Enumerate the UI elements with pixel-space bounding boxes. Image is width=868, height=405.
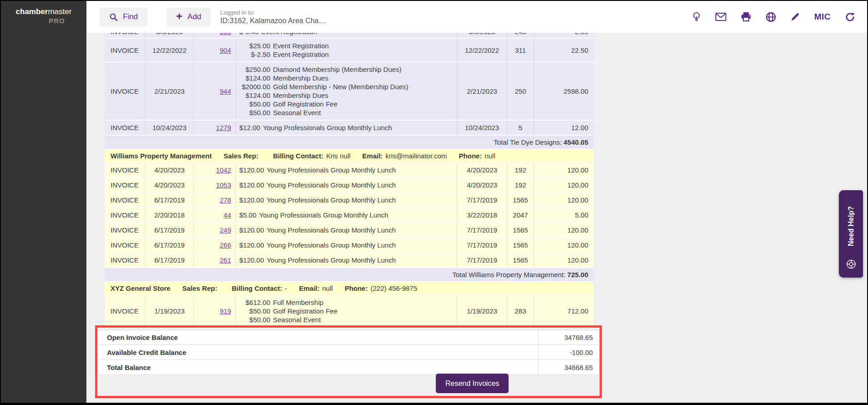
add-button-label: Add [187, 12, 201, 21]
invoice-qty-cell: 1565 [507, 238, 534, 252]
invoice-number-link[interactable]: 249 [220, 226, 231, 234]
printer-icon[interactable] [741, 12, 752, 22]
invoice-number-link[interactable]: 266 [220, 241, 231, 249]
line-item-amount: $124.00 [239, 91, 270, 100]
invoice-number-cell: 903 [194, 33, 236, 38]
table-row: INVOICE12/22/2022904$25.00Event Registra… [105, 39, 594, 62]
pencil-icon[interactable] [790, 12, 800, 22]
balance-label: Available Credit Balance [98, 345, 538, 359]
app-logo: chambermaster [1, 1, 86, 16]
line-item-description: Young Professionals Group Monthly Lunch [267, 256, 396, 264]
line-item-amount: $120.00 [239, 166, 264, 174]
lightbulb-icon[interactable] [692, 11, 701, 22]
invoice-date-cell: 2/20/2018 [146, 208, 194, 222]
help-buoy-icon [846, 259, 856, 271]
resend-invoices-button[interactable]: Resend Invoices [436, 374, 509, 393]
invoice-due-date-cell: 12/22/2022 [457, 39, 507, 61]
invoice-qty-cell: 192 [507, 163, 534, 177]
invoice-date-cell: 6/17/2019 [146, 193, 194, 207]
table-row: INVOICE6/17/2019249$120.00Young Professi… [105, 223, 594, 238]
invoice-number-link[interactable]: 903 [220, 33, 231, 36]
mic-button[interactable]: MIC [814, 12, 831, 22]
table-row: INVOICE6/17/2019278$120.00Young Professi… [105, 193, 594, 208]
invoice-qty-cell: 1565 [507, 193, 534, 207]
line-item-description: Gold Membership - New (Membership Dues) [273, 82, 409, 91]
invoice-number-link[interactable]: 44 [223, 211, 231, 219]
logged-in-block[interactable]: Logged in to: ID:3162, Kalamazoo Area Ch… [220, 9, 326, 25]
find-button[interactable]: Find [100, 8, 147, 26]
group-field-value: (222) 456-9875 [370, 284, 417, 292]
invoice-number-link[interactable]: 1053 [216, 181, 231, 189]
group-field-value: null [322, 284, 333, 292]
find-button-label: Find [123, 12, 138, 21]
table-row: INVOICE2/20/201844$5.00Young Professiona… [105, 208, 594, 223]
envelope-icon[interactable] [715, 12, 727, 21]
line-item-description: Golf Registration Fee [273, 307, 338, 315]
search-icon [109, 13, 118, 21]
invoice-description-cell: $120.00Young Professionals Group Monthly… [236, 238, 457, 252]
line-item: $25.00Event Registration [239, 41, 329, 50]
invoice-type-cell: INVOICE [105, 193, 146, 207]
invoice-number-link[interactable]: 261 [220, 256, 231, 264]
line-item-amount: $120.00 [239, 181, 264, 189]
invoice-line-items: $120.00Young Professionals Group Monthly… [239, 181, 396, 189]
line-item: $120.00Young Professionals Group Monthly… [239, 256, 396, 264]
line-item-description: Young Professionals Group Monthly Lunch [263, 123, 392, 132]
invoice-type-cell: INVOICE [105, 62, 146, 120]
group-field-label: Phone: [459, 152, 482, 160]
invoice-number-link[interactable]: 1042 [216, 166, 231, 174]
line-item-amount: $-2.50 [239, 50, 270, 59]
invoice-date-cell: 3/3/2023 [146, 33, 194, 38]
line-item: $120.00Young Professionals Group Monthly… [239, 226, 396, 234]
app-window: chambermaster PRO Find + Add Logged in t… [0, 0, 868, 405]
invoice-due-date-cell: 4/20/2023 [457, 163, 507, 177]
line-item: $5.00Young Professionals Group Monthly L… [239, 211, 388, 219]
group-field-label: Sales Rep: [223, 152, 258, 160]
group-header-row: Williams Property ManagementSales Rep:Bi… [105, 150, 594, 163]
globe-icon[interactable] [766, 12, 776, 22]
invoice-number-link[interactable]: 904 [220, 46, 231, 55]
table-row: INVOICE2/21/2023944$250.00Diamond Member… [105, 62, 594, 121]
invoice-due-date-cell: 7/17/2019 [457, 193, 507, 207]
need-help-tab[interactable]: Need Help? [839, 190, 863, 278]
balance-value: 34668.65 [538, 360, 599, 375]
invoice-amount-cell: 120.00 [534, 178, 594, 192]
line-item: $120.00Young Professionals Group Monthly… [239, 181, 396, 189]
invoice-qty-cell: 240 [507, 33, 534, 38]
invoice-due-date-cell: 10/24/2023 [457, 121, 507, 135]
line-item-amount: $124.00 [239, 74, 270, 82]
group-field-value: Kris null [326, 152, 350, 160]
invoice-amount-cell: 120.00 [534, 238, 594, 252]
line-item-description: Young Professionals Group Monthly Lunch [267, 166, 396, 174]
invoice-type-cell: INVOICE [105, 238, 146, 252]
add-button[interactable]: + Add [167, 8, 210, 26]
invoice-qty-cell: 283 [507, 295, 534, 327]
invoice-number-link[interactable]: 1279 [216, 123, 231, 132]
refresh-icon[interactable] [845, 12, 855, 22]
line-item: $612.00Full Membership [239, 298, 338, 307]
invoice-number-link[interactable]: 944 [220, 87, 231, 96]
invoice-number-cell: 266 [194, 238, 236, 252]
invoice-date-cell: 4/20/2023 [146, 178, 194, 192]
line-item: $250.00Diamond Membership (Membership Du… [239, 65, 409, 74]
balance-row: Open Invoice Balance34768.65 [97, 330, 600, 345]
invoice-number-cell: 278 [194, 193, 236, 207]
line-item-amount: $-0.45 [239, 33, 259, 36]
invoice-date-cell: 12/22/2022 [146, 39, 194, 61]
invoice-type-cell: INVOICE [105, 208, 146, 222]
invoice-number-link[interactable]: 278 [220, 196, 231, 204]
invoice-number-cell: 44 [194, 208, 236, 222]
balance-value: 34768.65 [538, 330, 599, 344]
group-field-label: Sales Rep: [182, 284, 217, 292]
invoice-qty-cell: 250 [507, 62, 534, 120]
invoice-type-cell: INVOICE [105, 178, 146, 192]
invoice-line-items: $120.00Young Professionals Group Monthly… [239, 196, 396, 204]
invoice-description-cell: $120.00Young Professionals Group Monthly… [236, 178, 457, 192]
line-item-amount: $2000.00 [239, 82, 270, 91]
main-content: INVOICE3/3/2023903$-0.45Event Registrati… [86, 33, 867, 403]
line-item-description: Event Registration [262, 33, 318, 36]
balance-row: Total Balance34668.65 [97, 360, 600, 375]
line-item: $50.00Seasonal Event [239, 108, 409, 117]
invoice-number-link[interactable]: 919 [220, 307, 231, 315]
group-field-label: Billing Contact: [232, 284, 282, 292]
